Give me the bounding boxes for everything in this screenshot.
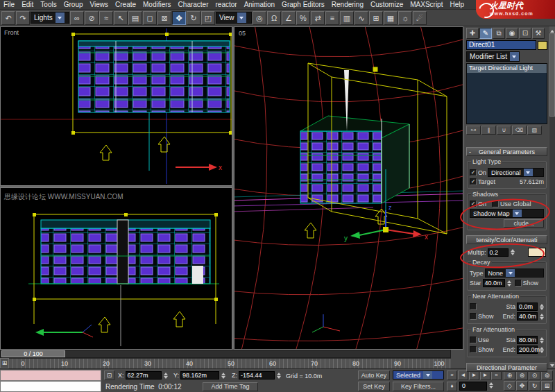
menu-item-help[interactable]: Help — [446, 1, 468, 8]
tab-utilities[interactable]: ⚒ — [532, 28, 545, 39]
chevron-down-icon[interactable] — [506, 269, 515, 277]
menu-item-views[interactable]: Views — [87, 1, 112, 8]
set-key-button[interactable]: Set Key — [358, 382, 390, 391]
zoom-all-icon[interactable]: ⊛ — [516, 370, 528, 380]
front-viewport-canvas[interactable]: x Front — [1, 27, 232, 185]
selection-filter-dropdown[interactable]: Lights — [31, 12, 69, 24]
pan-icon[interactable]: ✥ — [516, 381, 528, 391]
elevation-viewport-canvas[interactable]: 思缘设计论坛 WWW.MISSYUAN.COM — [1, 188, 232, 349]
unlink-selection-icon[interactable]: ⊘ — [85, 11, 99, 25]
object-color-swatch[interactable] — [538, 41, 547, 50]
near-end-field[interactable]: 40.0m — [517, 312, 538, 321]
zoom-extents-all-icon[interactable]: ⊚ — [541, 370, 553, 380]
x-field[interactable]: 62.27m — [126, 371, 162, 380]
chevron-down-icon[interactable] — [237, 12, 246, 23]
key-mode-toggle-icon[interactable]: ♦ — [447, 382, 457, 391]
shadows-on-checkbox[interactable]: ✓ — [470, 201, 477, 207]
chevron-down-icon[interactable] — [513, 210, 522, 217]
stack-item-selected[interactable]: Target Directional Light — [467, 64, 547, 73]
y-field[interactable]: 98.162m — [180, 371, 219, 380]
track-bar[interactable]: 0 10 20 30 40 50 60 70 80 90 100 — [0, 358, 451, 368]
command-panel-scrollbar[interactable] — [549, 26, 555, 368]
decay-type-dropdown[interactable]: None — [485, 269, 544, 278]
tab-display[interactable]: ⊡ — [519, 28, 531, 39]
shadow-type-dropdown[interactable]: Shadow Map — [470, 209, 544, 218]
field-of-view-icon[interactable]: ◇ — [504, 381, 515, 391]
selection-set-dropdown[interactable]: Selected — [393, 370, 444, 380]
light-type-dropdown[interactable]: Directional — [488, 168, 544, 177]
tab-create[interactable]: ✚ — [466, 28, 479, 39]
modifier-stack[interactable]: Target Directional Light — [466, 63, 547, 124]
quick-render-icon[interactable]: ☄ — [413, 11, 427, 25]
decay-start-spinner[interactable] — [507, 280, 511, 287]
exclude-button[interactable]: clude... — [504, 219, 544, 228]
far-use-checkbox[interactable] — [470, 336, 477, 343]
menu-item-animation[interactable]: Animation — [241, 1, 278, 8]
select-and-move-icon[interactable]: ✥ — [172, 11, 186, 25]
show-end-result-icon[interactable]: ∥ — [481, 126, 496, 135]
menu-item-create[interactable]: Create — [112, 1, 139, 8]
redo-icon[interactable]: ↷ — [16, 11, 30, 25]
rollout-general-parameters[interactable]: - General Parameters — [466, 147, 547, 156]
selection-lock-toggle[interactable]: ⊡ — [104, 370, 114, 380]
far-start-spinner[interactable] — [540, 337, 544, 343]
frame-spinner[interactable] — [489, 382, 493, 389]
x-spinner[interactable] — [164, 373, 168, 379]
auto-key-button[interactable]: Auto Key — [358, 370, 390, 380]
far-end-spinner[interactable] — [540, 347, 544, 353]
targeted-checkbox[interactable]: ✓ — [470, 178, 477, 185]
menu-item-reactor[interactable]: reactor — [212, 1, 241, 8]
menu-item-maxscript[interactable]: MAXScript — [407, 1, 446, 8]
zoom-icon[interactable]: ⊕ — [504, 370, 515, 380]
remove-modifier-icon[interactable]: ⌫ — [512, 126, 527, 135]
menu-item-modifiers[interactable]: Modifiers — [139, 1, 175, 8]
near-end-spinner[interactable] — [540, 314, 544, 320]
menu-item-file[interactable]: File — [0, 1, 18, 8]
timeline-mini-button[interactable]: ⊞ — [0, 358, 9, 368]
min-max-toggle-icon[interactable]: ⊞ — [541, 381, 553, 391]
select-by-name-icon[interactable]: ▤ — [128, 11, 142, 25]
bind-to-space-warp-icon[interactable]: ≈ — [99, 11, 113, 25]
layer-manager-icon[interactable]: ▥ — [340, 11, 354, 25]
rollout-directional-parameters[interactable]: Directional Parameter — [466, 363, 547, 372]
menu-item-graph-editors[interactable]: Graph Editors — [278, 1, 328, 8]
tab-hierarchy[interactable]: ⧉ — [493, 28, 505, 39]
z-field[interactable]: -154.44 — [239, 371, 275, 380]
window-crossing-icon[interactable]: ⊠ — [157, 11, 171, 25]
undo-icon[interactable]: ↶ — [1, 11, 15, 25]
far-start-field[interactable]: 80.0m — [517, 336, 538, 344]
z-spinner[interactable] — [277, 373, 281, 379]
add-time-tag-button[interactable]: Add Time Tag — [203, 382, 258, 391]
percent-snap-icon[interactable]: % — [296, 11, 310, 25]
menu-item-tools[interactable]: Tools — [37, 1, 60, 8]
configure-modifier-sets-icon[interactable]: ▧ — [527, 126, 542, 135]
decay-show-checkbox[interactable] — [515, 280, 522, 287]
select-and-rotate-icon[interactable]: ↻ — [187, 11, 200, 25]
material-editor-icon[interactable]: ▦ — [384, 11, 398, 25]
scrollbar-thumb[interactable] — [549, 33, 555, 117]
mirror-icon[interactable]: ⇄ — [311, 11, 325, 25]
near-start-field[interactable]: 0.0m — [517, 302, 538, 311]
pin-stack-icon[interactable]: ⊶ — [466, 126, 481, 135]
snap-toggle-icon[interactable]: Ω — [267, 11, 281, 25]
rollout-intensity-color-attenuation[interactable]: tensity/Color/Attenuati — [466, 235, 547, 244]
decay-start-field[interactable]: 40.0m — [483, 279, 505, 287]
arc-rotate-icon[interactable]: ↻ — [529, 381, 540, 391]
play-icon[interactable]: ► — [469, 370, 479, 380]
use-center-icon[interactable]: ◎ — [253, 11, 266, 25]
far-end-field[interactable]: 200.0m — [517, 346, 538, 354]
go-to-end-icon[interactable]: » — [491, 370, 502, 380]
y-spinner[interactable] — [221, 373, 225, 379]
next-frame-icon[interactable]: ► — [480, 370, 490, 380]
perspective-viewport[interactable]: x y z 05 — [234, 26, 463, 350]
light-color-swatch[interactable] — [528, 248, 546, 257]
light-on-checkbox[interactable]: ✓ — [470, 169, 477, 176]
far-show-checkbox[interactable] — [470, 346, 477, 353]
menu-item-customize[interactable]: Customize — [367, 1, 407, 8]
menu-item-rendering[interactable]: Rendering — [328, 1, 367, 8]
near-start-spinner[interactable] — [540, 304, 544, 310]
chevron-down-icon[interactable] — [423, 371, 432, 379]
elevation-viewport[interactable]: 思缘设计论坛 WWW.MISSYUAN.COM — [0, 187, 232, 350]
object-name-field[interactable]: Direct01 — [466, 40, 536, 50]
key-filters-button[interactable]: Key Filters... — [393, 382, 444, 391]
